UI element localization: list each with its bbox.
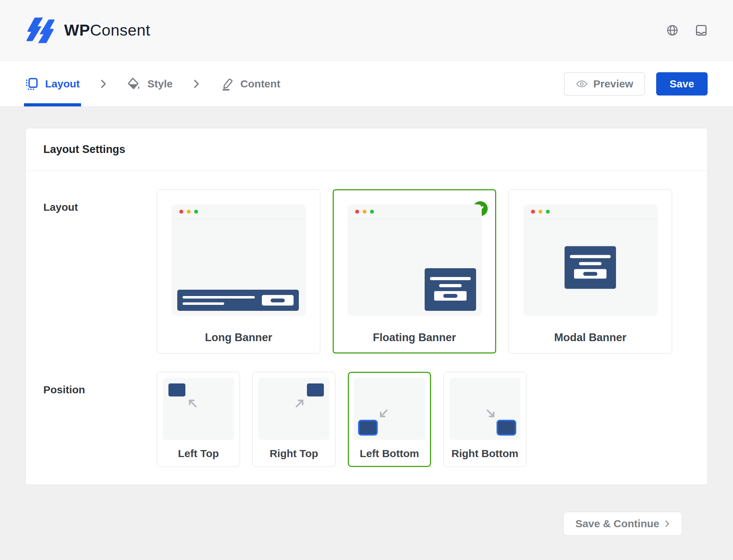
window-dot-red: [179, 210, 183, 214]
browser-mockup-body: [347, 219, 482, 316]
position-option-label: Right Bottom: [449, 448, 521, 460]
floating-banner-preview: [425, 268, 476, 311]
tab-layout-label: Layout: [45, 78, 80, 90]
layout-settings-panel: Layout Settings Layout: [25, 128, 708, 485]
browser-mockup-body: [172, 219, 306, 316]
layout-option-floating-banner[interactable]: Floating Banner: [333, 189, 496, 353]
window-dot-green: [370, 210, 374, 214]
browser-mockup-titlebar: [347, 204, 482, 219]
banner-position-rect: [498, 421, 515, 434]
banner-text-line: [570, 255, 611, 258]
layout-option-label: Modal Banner: [554, 331, 627, 344]
eye-icon: [576, 80, 588, 88]
wpconsent-logo-icon: [25, 17, 56, 44]
save-continue-label: Save & Continue: [575, 518, 659, 530]
tab-layout[interactable]: Layout: [25, 61, 80, 106]
arrow-up-left-icon: [185, 396, 200, 412]
arrow-down-left-icon: [376, 405, 391, 421]
layout-option-label: Long Banner: [205, 331, 272, 344]
banner-position-rect: [307, 383, 324, 396]
save-button[interactable]: Save: [656, 72, 708, 96]
window-dot-red: [531, 210, 535, 214]
position-row: Position Left Top: [43, 372, 690, 467]
header-icons: [666, 24, 708, 37]
position-option-label: Left Top: [163, 448, 234, 460]
window-dot-yellow: [187, 210, 191, 214]
step-tabs: Layout Style: [25, 61, 280, 106]
position-row-label: Position: [43, 372, 157, 467]
position-option-label: Left Bottom: [354, 448, 425, 460]
banner-text-line: [579, 262, 602, 265]
tab-style-label: Style: [147, 78, 173, 90]
position-option-left-bottom[interactable]: Left Bottom: [348, 372, 431, 467]
footer-actions: Save & Continue: [25, 485, 708, 536]
globe-icon[interactable]: [666, 24, 679, 37]
window-dot-green: [194, 210, 198, 214]
layout-row: Layout: [43, 189, 690, 353]
banner-text-line: [183, 296, 255, 299]
panel-header: Layout Settings: [26, 128, 707, 171]
tab-content[interactable]: Content: [220, 61, 280, 106]
position-preview-area: [354, 378, 425, 440]
banner-button-placeholder: [262, 295, 294, 306]
position-options: Left Top Right Top: [157, 372, 526, 467]
app-header: WPConsent: [0, 0, 733, 61]
chevron-right-icon: [664, 519, 670, 528]
layout-options: Long Banner: [157, 189, 672, 353]
modal-banner-preview: [565, 246, 616, 289]
banner-button-placeholder: [574, 269, 606, 279]
arrow-down-right-icon: [483, 405, 498, 421]
browser-mockup: [172, 204, 306, 316]
banner-position-rect: [359, 421, 376, 434]
banner-position-rect: [168, 383, 185, 396]
window-dot-yellow: [538, 210, 542, 214]
layout-option-long-banner[interactable]: Long Banner: [157, 189, 320, 353]
browser-mockup: [523, 204, 658, 316]
inbox-icon[interactable]: [695, 24, 708, 37]
main-content: Layout Settings Layout: [0, 107, 733, 536]
window-dot-green: [546, 210, 550, 214]
browser-mockup-body: [523, 219, 658, 316]
layout-icon: [25, 78, 38, 90]
pencil-icon: [220, 77, 233, 91]
position-preview-area: [258, 378, 329, 440]
browser-mockup-titlebar: [523, 204, 658, 219]
panel-body: Layout: [26, 171, 707, 485]
chevron-right-icon: [192, 79, 200, 89]
preview-button-label: Preview: [593, 78, 633, 90]
position-preview-area: [163, 378, 234, 440]
brand-logo: WPConsent: [25, 17, 150, 44]
brand-name-bold: WP: [64, 21, 90, 39]
long-banner-preview: [177, 290, 299, 311]
window-dot-yellow: [363, 210, 366, 214]
layout-option-modal-banner[interactable]: Modal Banner: [509, 189, 672, 353]
position-option-label: Right Top: [258, 448, 329, 460]
chevron-right-icon: [99, 79, 107, 89]
tab-style[interactable]: Style: [127, 61, 173, 106]
banner-text-line: [430, 277, 471, 280]
browser-mockup: [347, 204, 482, 316]
steps-nav: Layout Style: [0, 61, 733, 107]
brand-name: WPConsent: [64, 21, 150, 39]
position-option-right-top[interactable]: Right Top: [252, 372, 335, 467]
preview-button[interactable]: Preview: [564, 72, 645, 96]
paint-bucket-icon: [127, 77, 140, 91]
banner-text-lines: [183, 296, 255, 305]
layout-option-label: Floating Banner: [373, 331, 456, 344]
tab-content-label: Content: [240, 78, 280, 90]
position-option-left-top[interactable]: Left Top: [157, 372, 240, 467]
window-dot-red: [355, 210, 359, 214]
brand-name-regular: Consent: [90, 21, 150, 39]
position-option-right-bottom[interactable]: Right Bottom: [443, 372, 526, 467]
banner-button-pill: [443, 294, 457, 298]
browser-mockup-titlebar: [172, 204, 306, 219]
banner-text-line: [183, 302, 224, 305]
nav-actions: Preview Save: [564, 61, 708, 106]
layout-row-label: Layout: [43, 189, 157, 353]
save-continue-button[interactable]: Save & Continue: [563, 512, 682, 536]
position-preview-area: [449, 378, 521, 440]
banner-button-pill: [583, 272, 597, 276]
banner-text-line: [439, 284, 462, 287]
arrow-up-right-icon: [292, 396, 307, 412]
banner-button-pill: [271, 299, 285, 302]
